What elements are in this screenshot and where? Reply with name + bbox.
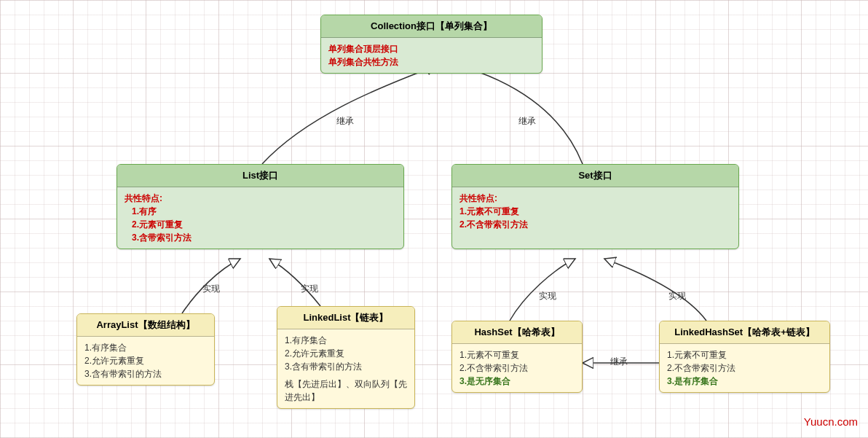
node-collection-line2: 单列集合共性方法 [328,55,534,69]
watermark: Yuucn.com [804,415,858,428]
node-linkedhashset-line3: 3.是有序集合 [667,375,822,388]
node-list-line1: 1.有序 [125,205,396,218]
node-linkedhashset: LinkedHashSet【哈希表+链表】 1.元素不可重复 2.不含带索引方法… [659,321,830,393]
node-set-line2: 2.不含带索引方法 [459,218,731,231]
edge-label-set-collection: 继承 [518,115,536,128]
edge-label-arraylist-list: 实现 [202,283,220,295]
node-collection-title: Collection接口【单列集合】 [321,15,542,38]
node-hashset-line3: 3.是无序集合 [459,375,575,388]
edge-label-linkedlist-list: 实现 [301,283,318,295]
node-arraylist-line3: 3.含有带索引的方法 [84,367,207,380]
edge-label-linkedhashset-hashset: 继承 [610,356,628,368]
node-linkedhashset-line1: 1.元素不可重复 [667,348,822,361]
node-collection-line1: 单列集合顶层接口 [328,42,534,55]
node-linkedlist-title: LinkedList【链表】 [277,307,414,329]
node-set-line1: 1.元素不可重复 [459,205,731,218]
node-hashset-line2: 2.不含带索引方法 [459,361,575,375]
node-arraylist-title: ArrayList【数组结构】 [77,314,214,337]
node-linkedlist-line2: 2.允许元素重复 [285,347,407,360]
edge-label-list-collection: 继承 [336,115,354,128]
node-linkedlist-line1: 1.有序集合 [285,334,407,347]
node-hashset-title: HashSet【哈希表】 [452,321,582,344]
node-linkedhashset-line2: 2.不含带索引方法 [667,361,822,375]
node-collection: Collection接口【单列集合】 单列集合顶层接口 单列集合共性方法 [320,15,542,74]
node-arraylist-line1: 1.有序集合 [84,341,207,354]
node-list-line2: 2.元素可重复 [125,218,396,231]
node-linkedhashset-title: LinkedHashSet【哈希表+链表】 [660,321,829,344]
edge-label-linkedhashset-set: 实现 [668,290,686,302]
node-set-header: 共性特点: [459,192,731,205]
node-set: Set接口 共性特点: 1.元素不可重复 2.不含带索引方法 [451,164,739,249]
node-hashset-line1: 1.元素不可重复 [459,348,575,361]
node-list-header: 共性特点: [125,192,396,205]
node-arraylist: ArrayList【数组结构】 1.有序集合 2.允许元素重复 3.含有带索引的… [76,313,215,386]
node-linkedlist-line3: 3.含有带索引的方法 [285,360,407,373]
node-arraylist-line2: 2.允许元素重复 [84,354,207,367]
node-set-title: Set接口 [452,165,738,187]
node-list: List接口 共性特点: 1.有序 2.元素可重复 3.含带索引方法 [117,164,404,249]
node-linkedlist: LinkedList【链表】 1.有序集合 2.允许元素重复 3.含有带索引的方… [277,306,415,409]
node-list-title: List接口 [117,165,403,187]
node-list-line3: 3.含带索引方法 [125,231,396,244]
edge-label-hashset-set: 实现 [539,290,556,302]
diagram-canvas: 继承 继承 实现 实现 实现 实现 继承 Collection接口【单列集合】 … [0,0,868,438]
node-linkedlist-note: 栈【先进后出】、双向队列【先进先出】 [285,378,407,404]
node-hashset: HashSet【哈希表】 1.元素不可重复 2.不含带索引方法 3.是无序集合 [451,321,583,393]
